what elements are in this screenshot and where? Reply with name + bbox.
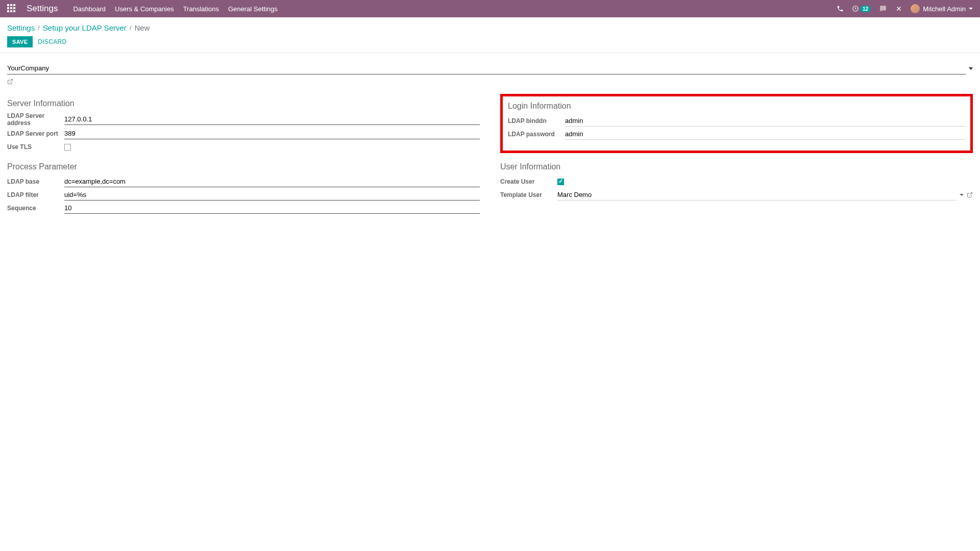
- label-create-user: Create User: [500, 178, 557, 185]
- messages-icon[interactable]: [879, 5, 887, 12]
- apps-icon[interactable]: [7, 4, 16, 13]
- activities-badge: 12: [860, 6, 871, 12]
- topbar-right: 12 Mitchell Admin: [837, 4, 973, 13]
- save-button[interactable]: SAVE: [7, 36, 33, 47]
- activities-icon[interactable]: 12: [852, 5, 871, 12]
- ldap-filter-field[interactable]: [64, 189, 480, 201]
- nav-general-settings[interactable]: General Settings: [228, 5, 278, 13]
- label-ldap-filter: LDAP filter: [7, 191, 64, 198]
- create-user-checkbox[interactable]: [557, 179, 564, 185]
- avatar: [911, 4, 920, 13]
- nav-translations[interactable]: Translations: [183, 5, 219, 13]
- section-login-title: Login Information: [508, 102, 965, 111]
- label-binddn: LDAP binddn: [508, 117, 565, 124]
- label-password: LDAP password: [508, 131, 565, 138]
- chevron-down-icon: [969, 8, 973, 10]
- label-use-tls: Use TLS: [7, 143, 64, 151]
- discard-button[interactable]: DISCARD: [38, 38, 66, 45]
- label-ldap-address: LDAP Server address: [7, 112, 64, 127]
- section-process-title: Process Parameter: [7, 162, 480, 171]
- ldap-port-field[interactable]: [64, 128, 480, 139]
- nav-dashboard[interactable]: Dashboard: [73, 5, 106, 13]
- chevron-down-icon[interactable]: [960, 194, 964, 196]
- use-tls-checkbox[interactable]: [64, 144, 71, 151]
- close-icon[interactable]: [895, 5, 902, 12]
- form-sheet: Server Information LDAP Server address L…: [0, 53, 980, 224]
- ldap-password-field[interactable]: [565, 129, 965, 140]
- ldap-address-field[interactable]: [64, 114, 480, 125]
- topbar-nav: Dashboard Users & Companies Translations…: [73, 5, 837, 13]
- breadcrumb: Settings / Setup your LDAP Server / New: [0, 17, 980, 36]
- external-link-icon[interactable]: [967, 192, 973, 198]
- topbar: Settings Dashboard Users & Companies Tra…: [0, 0, 980, 17]
- app-title: Settings: [27, 4, 58, 14]
- phone-icon[interactable]: [837, 5, 844, 12]
- template-user-field[interactable]: [557, 189, 957, 201]
- ldap-base-field[interactable]: [64, 176, 480, 187]
- label-ldap-base: LDAP base: [7, 178, 64, 185]
- sequence-field[interactable]: [64, 203, 480, 214]
- nav-users-companies[interactable]: Users & Companies: [115, 5, 174, 13]
- breadcrumb-settings[interactable]: Settings: [7, 23, 35, 32]
- company-field[interactable]: [7, 62, 966, 74]
- user-name: Mitchell Admin: [923, 5, 966, 13]
- ldap-binddn-field[interactable]: [565, 115, 965, 127]
- user-menu[interactable]: Mitchell Admin: [911, 4, 973, 13]
- login-info-highlight: Login Information LDAP binddn LDAP passw…: [500, 94, 973, 153]
- chevron-down-icon[interactable]: [969, 67, 973, 70]
- action-bar: SAVE DISCARD: [0, 36, 980, 53]
- external-link-icon[interactable]: [7, 79, 973, 85]
- label-sequence: Sequence: [7, 205, 64, 212]
- label-ldap-port: LDAP Server port: [7, 130, 64, 137]
- label-template-user: Template User: [500, 191, 557, 198]
- section-user-title: User Information: [500, 162, 973, 171]
- breadcrumb-ldap-list[interactable]: Setup your LDAP Server: [43, 23, 127, 32]
- section-server-title: Server Information: [7, 99, 480, 108]
- breadcrumb-current: New: [134, 23, 150, 32]
